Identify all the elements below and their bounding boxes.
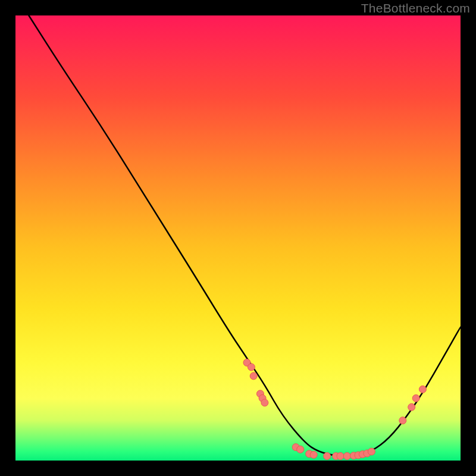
data-point xyxy=(310,451,317,458)
data-point xyxy=(261,399,268,406)
data-point xyxy=(248,364,255,371)
data-point xyxy=(399,417,406,424)
data-point xyxy=(297,446,304,453)
data-point xyxy=(324,453,331,460)
chart-overlay xyxy=(15,15,461,461)
data-point xyxy=(408,403,415,411)
data-point xyxy=(337,453,344,460)
chart-frame: TheBottleneck.com xyxy=(0,0,476,476)
data-point xyxy=(412,394,419,402)
bottleneck-curve xyxy=(29,15,461,456)
data-point xyxy=(250,372,257,380)
watermark-label: TheBottleneck.com xyxy=(361,1,470,15)
data-point xyxy=(343,453,350,460)
data-point xyxy=(368,448,375,455)
data-points-group xyxy=(243,359,426,459)
data-point xyxy=(419,386,426,393)
